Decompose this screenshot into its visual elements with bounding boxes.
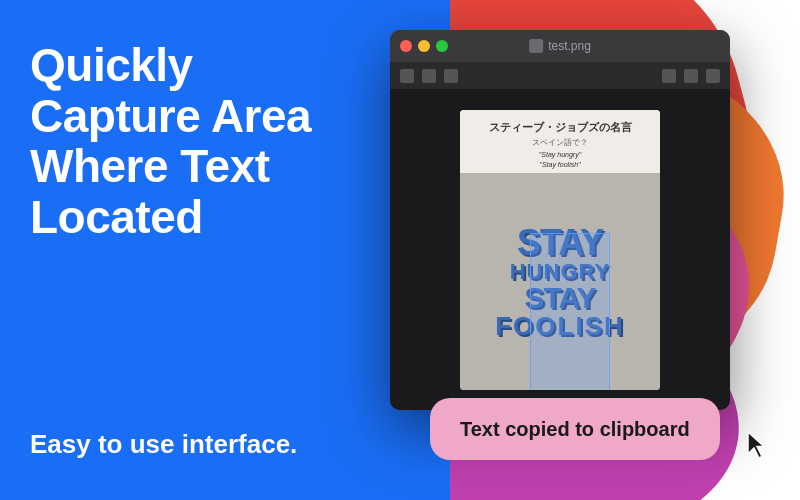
toast-notification: Text copied to clipboard (430, 398, 720, 460)
window-content: スティーブ・ジョブズの名言 スペイン語で？ "Stay hungry" "Sta… (390, 90, 730, 410)
traffic-light-green[interactable] (436, 40, 448, 52)
toolbar-icon-5[interactable] (684, 69, 698, 83)
image-top-text: スティーブ・ジョブズの名言 スペイン語で？ "Stay hungry" "Sta… (460, 110, 660, 173)
subtext: Easy to use interface. (30, 429, 330, 460)
toolbar-icon-3[interactable] (444, 69, 458, 83)
toast-text: Text copied to clipboard (460, 416, 690, 442)
toolbar-icon-6[interactable] (706, 69, 720, 83)
japanese-subtitle: スペイン語で？ (468, 137, 652, 148)
left-panel: Quickly Capture Area Where Text Located … (0, 0, 360, 500)
file-icon (529, 39, 543, 53)
japanese-title: スティーブ・ジョブズの名言 (468, 120, 652, 135)
macos-window: test.png スティーブ・ジョブズの名言 スペイン語で？ "Stay hun… (390, 30, 730, 410)
english-quote-1: "Stay hungry" (468, 151, 652, 158)
headline: Quickly Capture Area Where Text Located (30, 40, 330, 242)
image-container: スティーブ・ジョブズの名言 スペイン語で？ "Stay hungry" "Sta… (460, 110, 660, 390)
cursor-icon (746, 430, 770, 460)
toolbar-icon-4[interactable] (662, 69, 676, 83)
stay-line-hungry: HUNGRY (495, 261, 625, 283)
traffic-light-red[interactable] (400, 40, 412, 52)
toolbar-icon-2[interactable] (422, 69, 436, 83)
traffic-light-yellow[interactable] (418, 40, 430, 52)
english-quote-2: "Stay foolish" (468, 161, 652, 168)
svg-marker-0 (748, 432, 764, 458)
stay-graphic: STAY HUNGRY STAY FOOLISH (460, 173, 660, 390)
window-title: test.png (529, 39, 591, 53)
window-toolbar (390, 62, 730, 90)
stay-text-art: STAY HUNGRY STAY FOOLISH (495, 225, 625, 339)
stay-line-foolish: FOOLISH (495, 313, 625, 339)
stay-line-stay2: STAY (495, 283, 625, 313)
toolbar-icon-1[interactable] (400, 69, 414, 83)
stay-line-stay1: STAY (495, 225, 625, 261)
window-titlebar: test.png (390, 30, 730, 62)
